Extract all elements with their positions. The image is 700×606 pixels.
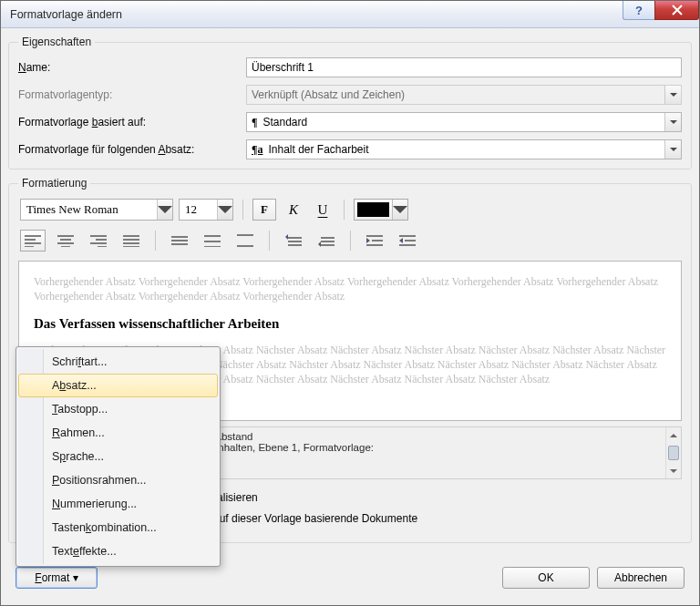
help-button[interactable]: ?	[623, 1, 654, 20]
align-right-button[interactable]	[86, 230, 111, 252]
style-name-input[interactable]	[246, 57, 682, 77]
indent-decrease-button[interactable]	[362, 230, 387, 252]
basedon-label: Formatvorlage basiert auf:	[18, 116, 246, 128]
menu-item-font[interactable]: Schriftart...	[18, 350, 218, 374]
fontsize-value: 12	[185, 202, 197, 217]
close-icon	[672, 5, 683, 15]
scroll-up-icon[interactable]	[666, 427, 681, 443]
menu-item-tabs[interactable]: Tabstopp...	[18, 397, 218, 421]
nextpara-label: Formatvorlage für folgenden Absatz:	[18, 143, 246, 156]
modify-style-dialog: Formatvorlage ändern ? Eigenschaften NNa…	[0, 0, 700, 606]
chevron-down-icon[interactable]	[157, 200, 172, 220]
format-button[interactable]: FormaFormatt ▾	[15, 567, 98, 589]
menu-item-frame[interactable]: Positionsrahmen...	[18, 468, 218, 492]
close-button[interactable]	[654, 1, 699, 20]
chevron-down-icon[interactable]	[664, 140, 681, 159]
linespace-1_5-button[interactable]	[200, 230, 225, 252]
underline-button[interactable]: U	[311, 199, 335, 221]
menu-item-shortcut[interactable]: Tastenkombination...	[18, 516, 218, 539]
indent-increase-button[interactable]	[395, 230, 420, 252]
preview-before-text: Vorhergehender Absatz Vorhergehender Abs…	[34, 274, 666, 303]
properties-group: Eigenschaften NName:ame: Formatvorlagent…	[8, 36, 692, 169]
ok-button[interactable]: OK	[502, 567, 590, 589]
chevron-down-icon[interactable]	[664, 113, 681, 131]
space-before-increase-button[interactable]	[281, 230, 306, 252]
dialog-buttons: FormaFormatt ▾ OK Abbrechen	[15, 567, 685, 589]
pilcrow-underline-icon: ¶a	[252, 143, 262, 157]
formatting-toolbar: Times New Roman 12 F K U	[18, 199, 682, 221]
color-swatch	[357, 202, 389, 217]
linespace-2-button[interactable]	[232, 230, 258, 252]
chevron-down-icon[interactable]	[217, 200, 232, 220]
styletype-value: Verknüpft (Absatz und Zeichen)	[252, 88, 405, 101]
name-label: NName:ame:	[18, 61, 246, 74]
align-justify-button[interactable]	[118, 230, 144, 252]
toolbar-separator	[350, 231, 351, 251]
preview-sample-heading: Das Verfassen wissenschaftlicher Arbeite…	[34, 314, 666, 333]
menu-item-border[interactable]: Rahmen...	[18, 421, 218, 445]
basedon-value: Standard	[262, 116, 307, 128]
formatting-legend: Formatierung	[18, 177, 90, 190]
fontcolor-button[interactable]	[354, 199, 408, 221]
toolbar-separator	[344, 200, 345, 220]
nextpara-select[interactable]: ¶a Inhalt der Facharbeit	[246, 139, 682, 159]
paragraph-toolbar	[18, 230, 682, 261]
styletype-label: Formatvorlagentyp:	[18, 88, 246, 101]
menu-item-language[interactable]: Sprache...	[18, 445, 218, 468]
cancel-button[interactable]: Abbrechen	[597, 567, 685, 589]
chevron-down-icon[interactable]	[392, 200, 407, 220]
scroll-down-icon[interactable]	[666, 463, 681, 478]
menu-item-texteffects[interactable]: Texteffekte...	[18, 539, 218, 563]
desc-scrollbar[interactable]	[665, 427, 681, 478]
window-buttons: ?	[623, 1, 699, 20]
toolbar-separator	[269, 231, 270, 251]
align-left-button[interactable]	[20, 230, 46, 252]
italic-button[interactable]: K	[282, 199, 305, 221]
client-area: Eigenschaften NName:ame: Formatvorlagent…	[8, 36, 692, 598]
scroll-thumb[interactable]	[668, 446, 679, 460]
space-before-decrease-button[interactable]	[314, 230, 339, 252]
menu-item-paragraph[interactable]: Absatz...	[18, 374, 218, 397]
align-center-button[interactable]	[53, 230, 78, 252]
bold-button[interactable]: F	[252, 199, 276, 221]
fontsize-combo[interactable]: 12	[179, 199, 233, 221]
properties-legend: Eigenschaften	[18, 36, 95, 48]
toolbar-separator	[155, 231, 156, 251]
window-title: Formatvorlage ändern	[10, 8, 122, 21]
linespace-1-button[interactable]	[167, 230, 192, 252]
toolbar-separator	[242, 200, 243, 220]
font-combo[interactable]: Times New Roman	[20, 199, 173, 221]
format-menu: Schriftart... Absatz... Tabstopp... Rahm…	[15, 346, 221, 567]
styletype-select: Verknüpft (Absatz und Zeichen)	[246, 85, 682, 105]
nextpara-value: Inhalt der Facharbeit	[268, 143, 368, 156]
chevron-down-icon	[664, 86, 681, 104]
pilcrow-icon: ¶	[252, 116, 257, 129]
menu-item-numbering[interactable]: Nummerierung...	[18, 492, 218, 516]
titlebar: Formatvorlage ändern ?	[1, 1, 699, 28]
basedon-select[interactable]: ¶ Standard	[246, 112, 682, 132]
font-value: Times New Roman	[26, 202, 118, 217]
